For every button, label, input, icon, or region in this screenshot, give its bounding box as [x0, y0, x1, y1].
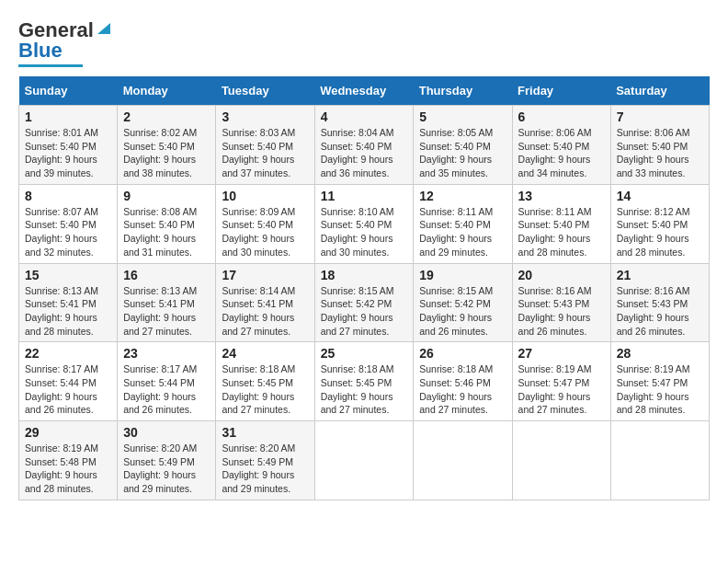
day-info: Sunrise: 8:17 AMSunset: 5:44 PMDaylight:…: [123, 363, 197, 415]
day-info: Sunrise: 8:07 AMSunset: 5:40 PMDaylight:…: [25, 206, 98, 258]
day-info: Sunrise: 8:06 AMSunset: 5:40 PMDaylight:…: [518, 127, 592, 178]
day-number: 31: [222, 425, 308, 440]
week-row-2: 8Sunrise: 8:07 AMSunset: 5:40 PMDaylight…: [19, 184, 710, 263]
day-cell-23: 23Sunrise: 8:17 AMSunset: 5:44 PMDayligh…: [118, 342, 216, 421]
day-cell-31: 31Sunrise: 8:20 AMSunset: 5:49 PMDayligh…: [216, 421, 314, 500]
day-cell-19: 19Sunrise: 8:15 AMSunset: 5:42 PMDayligh…: [414, 263, 512, 342]
day-info: Sunrise: 8:20 AMSunset: 5:49 PMDaylight:…: [222, 442, 295, 494]
logo-arrow-icon: [96, 19, 112, 40]
day-info: Sunrise: 8:10 AMSunset: 5:40 PMDaylight:…: [321, 206, 394, 258]
day-number: 11: [321, 189, 408, 203]
day-cell-17: 17Sunrise: 8:14 AMSunset: 5:41 PMDayligh…: [216, 263, 314, 342]
day-number: 20: [518, 268, 605, 282]
day-info: Sunrise: 8:13 AMSunset: 5:41 PMDaylight:…: [123, 285, 197, 337]
day-info: Sunrise: 8:01 AMSunset: 5:40 PMDaylight:…: [25, 127, 98, 178]
column-header-monday: Monday: [118, 76, 216, 106]
day-cell-8: 8Sunrise: 8:07 AMSunset: 5:40 PMDaylight…: [19, 184, 118, 263]
day-number: 1: [25, 109, 111, 124]
day-info: Sunrise: 8:16 AMSunset: 5:43 PMDaylight:…: [617, 285, 690, 337]
day-info: Sunrise: 8:18 AMSunset: 5:45 PMDaylight:…: [222, 363, 295, 415]
day-number: 25: [321, 346, 408, 361]
day-cell-27: 27Sunrise: 8:19 AMSunset: 5:47 PMDayligh…: [512, 342, 610, 421]
day-number: 8: [25, 189, 111, 203]
week-row-5: 29Sunrise: 8:19 AMSunset: 5:48 PMDayligh…: [19, 421, 710, 500]
day-number: 3: [222, 109, 308, 124]
day-cell-5: 5Sunrise: 8:05 AMSunset: 5:40 PMDaylight…: [414, 106, 512, 185]
day-info: Sunrise: 8:15 AMSunset: 5:42 PMDaylight:…: [419, 285, 493, 337]
day-number: 6: [518, 109, 605, 124]
day-number: 10: [222, 189, 308, 203]
day-number: 17: [222, 268, 308, 282]
day-cell-25: 25Sunrise: 8:18 AMSunset: 5:45 PMDayligh…: [314, 342, 414, 421]
day-number: 29: [25, 425, 111, 440]
day-cell-15: 15Sunrise: 8:13 AMSunset: 5:41 PMDayligh…: [19, 263, 118, 342]
day-info: Sunrise: 8:04 AMSunset: 5:40 PMDaylight:…: [321, 127, 394, 178]
empty-cell: [414, 421, 512, 500]
day-number: 14: [617, 189, 703, 203]
day-number: 23: [123, 346, 210, 361]
header: General Blue: [18, 18, 710, 67]
column-header-tuesday: Tuesday: [216, 76, 314, 106]
day-info: Sunrise: 8:15 AMSunset: 5:42 PMDaylight:…: [321, 285, 394, 337]
empty-cell: [314, 421, 414, 500]
day-info: Sunrise: 8:19 AMSunset: 5:47 PMDaylight:…: [518, 363, 592, 415]
day-number: 30: [123, 425, 210, 440]
header-row: SundayMondayTuesdayWednesdayThursdayFrid…: [19, 76, 710, 106]
day-info: Sunrise: 8:16 AMSunset: 5:43 PMDaylight:…: [518, 285, 592, 337]
day-info: Sunrise: 8:18 AMSunset: 5:45 PMDaylight:…: [321, 363, 394, 415]
day-cell-28: 28Sunrise: 8:19 AMSunset: 5:47 PMDayligh…: [610, 342, 709, 421]
day-number: 22: [25, 346, 111, 361]
day-number: 28: [617, 346, 703, 361]
day-cell-22: 22Sunrise: 8:17 AMSunset: 5:44 PMDayligh…: [19, 342, 118, 421]
column-header-saturday: Saturday: [610, 76, 709, 106]
day-cell-10: 10Sunrise: 8:09 AMSunset: 5:40 PMDayligh…: [216, 184, 314, 263]
day-number: 19: [419, 268, 506, 282]
day-cell-9: 9Sunrise: 8:08 AMSunset: 5:40 PMDaylight…: [118, 184, 216, 263]
day-cell-11: 11Sunrise: 8:10 AMSunset: 5:40 PMDayligh…: [314, 184, 414, 263]
day-info: Sunrise: 8:11 AMSunset: 5:40 PMDaylight:…: [419, 206, 493, 258]
week-row-4: 22Sunrise: 8:17 AMSunset: 5:44 PMDayligh…: [19, 342, 710, 421]
day-info: Sunrise: 8:11 AMSunset: 5:40 PMDaylight:…: [518, 206, 592, 258]
day-cell-20: 20Sunrise: 8:16 AMSunset: 5:43 PMDayligh…: [512, 263, 610, 342]
day-number: 7: [617, 109, 703, 124]
empty-cell: [610, 421, 709, 500]
day-number: 5: [419, 109, 506, 124]
day-info: Sunrise: 8:17 AMSunset: 5:44 PMDaylight:…: [25, 363, 98, 415]
day-cell-3: 3Sunrise: 8:03 AMSunset: 5:40 PMDaylight…: [216, 106, 314, 185]
day-info: Sunrise: 8:08 AMSunset: 5:40 PMDaylight:…: [123, 206, 197, 258]
day-number: 2: [123, 109, 210, 124]
day-number: 26: [419, 346, 506, 361]
day-info: Sunrise: 8:19 AMSunset: 5:47 PMDaylight:…: [617, 363, 690, 415]
day-number: 4: [321, 109, 408, 124]
day-cell-13: 13Sunrise: 8:11 AMSunset: 5:40 PMDayligh…: [512, 184, 610, 263]
day-number: 15: [25, 268, 111, 282]
week-row-3: 15Sunrise: 8:13 AMSunset: 5:41 PMDayligh…: [19, 263, 710, 342]
day-info: Sunrise: 8:14 AMSunset: 5:41 PMDaylight:…: [222, 285, 295, 337]
day-info: Sunrise: 8:20 AMSunset: 5:49 PMDaylight:…: [123, 442, 197, 494]
day-info: Sunrise: 8:19 AMSunset: 5:48 PMDaylight:…: [25, 442, 98, 494]
day-cell-18: 18Sunrise: 8:15 AMSunset: 5:42 PMDayligh…: [314, 263, 414, 342]
day-cell-29: 29Sunrise: 8:19 AMSunset: 5:48 PMDayligh…: [19, 421, 118, 500]
day-number: 24: [222, 346, 308, 361]
day-cell-4: 4Sunrise: 8:04 AMSunset: 5:40 PMDaylight…: [314, 106, 414, 185]
day-info: Sunrise: 8:18 AMSunset: 5:46 PMDaylight:…: [419, 363, 493, 415]
day-info: Sunrise: 8:05 AMSunset: 5:40 PMDaylight:…: [419, 127, 493, 178]
day-cell-14: 14Sunrise: 8:12 AMSunset: 5:40 PMDayligh…: [610, 184, 709, 263]
day-cell-30: 30Sunrise: 8:20 AMSunset: 5:49 PMDayligh…: [118, 421, 216, 500]
day-number: 21: [617, 268, 703, 282]
day-cell-1: 1Sunrise: 8:01 AMSunset: 5:40 PMDaylight…: [19, 106, 118, 185]
day-cell-16: 16Sunrise: 8:13 AMSunset: 5:41 PMDayligh…: [118, 263, 216, 342]
column-header-friday: Friday: [512, 76, 610, 106]
logo-underline: [18, 64, 83, 67]
week-row-1: 1Sunrise: 8:01 AMSunset: 5:40 PMDaylight…: [19, 106, 710, 185]
day-number: 12: [419, 189, 506, 203]
logo: General Blue: [18, 18, 112, 67]
day-info: Sunrise: 8:02 AMSunset: 5:40 PMDaylight:…: [123, 127, 197, 178]
day-cell-24: 24Sunrise: 8:18 AMSunset: 5:45 PMDayligh…: [216, 342, 314, 421]
day-cell-7: 7Sunrise: 8:06 AMSunset: 5:40 PMDaylight…: [610, 106, 709, 185]
day-cell-21: 21Sunrise: 8:16 AMSunset: 5:43 PMDayligh…: [610, 263, 709, 342]
day-cell-6: 6Sunrise: 8:06 AMSunset: 5:40 PMDaylight…: [512, 106, 610, 185]
day-number: 16: [123, 268, 210, 282]
day-info: Sunrise: 8:06 AMSunset: 5:40 PMDaylight:…: [617, 127, 690, 178]
day-number: 27: [518, 346, 605, 361]
